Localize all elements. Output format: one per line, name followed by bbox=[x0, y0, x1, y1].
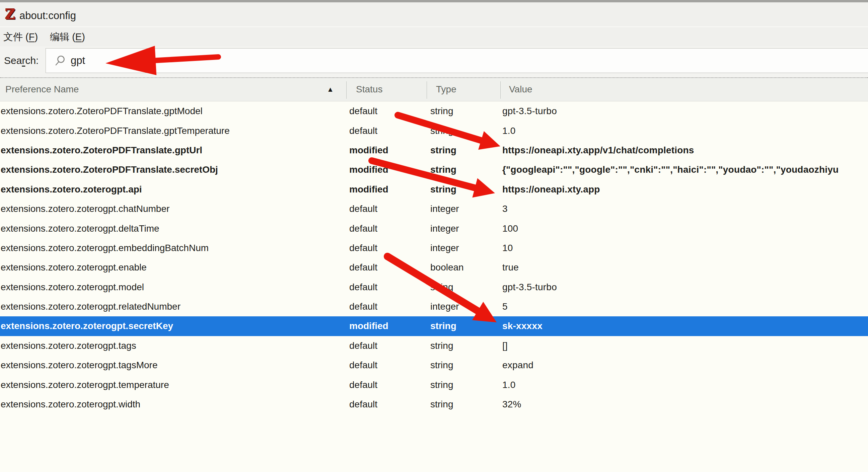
search-input-value: gpt bbox=[71, 55, 85, 67]
pref-name: extensions.zotero.ZoteroPDFTranslate.gpt… bbox=[0, 106, 349, 117]
menu-file-label-end: ) bbox=[34, 31, 38, 42]
column-divider[interactable] bbox=[427, 81, 427, 99]
table-header: Preference Name ▲ Status Type Value bbox=[0, 78, 868, 101]
pref-row[interactable]: extensions.zotero.zoterogpt.secretKey mo… bbox=[0, 316, 868, 336]
pref-value: https://oneapi.xty.app bbox=[502, 184, 868, 195]
pref-type: string bbox=[430, 341, 502, 351]
pref-value: https://oneapi.xty.app/v1/chat/completio… bbox=[502, 145, 868, 156]
pref-type: string bbox=[430, 360, 502, 371]
pref-row[interactable]: extensions.zotero.ZoteroPDFTranslate.gpt… bbox=[0, 140, 868, 160]
preferences-list: extensions.zotero.ZoteroPDFTranslate.gpt… bbox=[0, 101, 868, 414]
zotero-about-config-window: Z about:config 文件 (F) 编辑 (E) Search: gpt… bbox=[0, 0, 868, 472]
pref-type: string bbox=[430, 399, 502, 410]
pref-type: integer bbox=[430, 301, 502, 312]
pref-row[interactable]: extensions.zotero.zoterogpt.temperature … bbox=[0, 375, 868, 394]
pref-value: gpt-3.5-turbo bbox=[502, 282, 868, 292]
pref-value: {"googleapi":"","google":"","cnki":"","h… bbox=[502, 164, 868, 175]
pref-name: extensions.zotero.ZoteroPDFTranslate.gpt… bbox=[0, 145, 349, 156]
column-header-preference-name[interactable]: Preference Name bbox=[5, 84, 79, 95]
pref-value: sk-xxxxx bbox=[502, 321, 868, 332]
pref-value: 32% bbox=[502, 399, 868, 410]
pref-name: extensions.zotero.zoterogpt.tags bbox=[0, 341, 349, 351]
column-divider[interactable] bbox=[500, 81, 501, 99]
pref-status: default bbox=[349, 399, 430, 410]
menu-file[interactable]: 文件 (F) bbox=[0, 27, 44, 47]
pref-status: modified bbox=[349, 164, 430, 175]
menu-edit-accesskey: E bbox=[75, 31, 82, 42]
pref-name: extensions.zotero.zoterogpt.tagsMore bbox=[0, 360, 349, 371]
pref-value: 1.0 bbox=[502, 380, 868, 390]
menu-file-accesskey: F bbox=[29, 31, 35, 42]
pref-type: string bbox=[430, 106, 502, 117]
pref-type: integer bbox=[430, 223, 502, 234]
menu-file-label: 文件 ( bbox=[3, 30, 29, 44]
pref-status: default bbox=[349, 243, 430, 253]
sort-ascending-icon: ▲ bbox=[327, 85, 334, 93]
pref-status: modified bbox=[349, 145, 430, 156]
pref-name: extensions.zotero.zoterogpt.chatNumber bbox=[0, 203, 349, 214]
pref-type: boolean bbox=[430, 262, 502, 273]
pref-status: default bbox=[349, 360, 430, 371]
pref-status: default bbox=[349, 126, 430, 136]
pref-row[interactable]: extensions.zotero.zoterogpt.tagsMore def… bbox=[0, 355, 868, 375]
pref-name: extensions.zotero.ZoteroPDFTranslate.sec… bbox=[0, 164, 349, 175]
pref-row[interactable]: extensions.zotero.zoterogpt.tags default… bbox=[0, 336, 868, 355]
pref-row[interactable]: extensions.zotero.ZoteroPDFTranslate.sec… bbox=[0, 160, 868, 180]
pref-name: extensions.zotero.zoterogpt.enable bbox=[0, 262, 349, 273]
pref-row[interactable]: extensions.zotero.zoterogpt.api modified… bbox=[0, 180, 868, 199]
pref-row[interactable]: extensions.zotero.ZoteroPDFTranslate.gpt… bbox=[0, 101, 868, 121]
menu-edit-label: 编辑 ( bbox=[50, 30, 75, 44]
search-input[interactable]: gpt bbox=[45, 48, 868, 73]
search-label: Search: bbox=[4, 55, 38, 66]
menu-edit-label-end: ) bbox=[82, 31, 85, 42]
menu-edit[interactable]: 编辑 (E) bbox=[44, 27, 91, 47]
zotero-app-icon: Z bbox=[5, 7, 17, 22]
column-divider[interactable] bbox=[346, 81, 347, 99]
pref-row[interactable]: extensions.zotero.zoterogpt.relatedNumbe… bbox=[0, 297, 868, 316]
menu-bar: 文件 (F) 编辑 (E) bbox=[0, 26, 868, 47]
column-header-status[interactable]: Status bbox=[356, 84, 382, 95]
pref-value: [] bbox=[502, 341, 868, 351]
pref-status: modified bbox=[349, 184, 430, 195]
pref-status: default bbox=[349, 106, 430, 117]
pref-row[interactable]: extensions.zotero.zoterogpt.chatNumber d… bbox=[0, 199, 868, 219]
pref-value: 10 bbox=[502, 243, 868, 253]
pref-row[interactable]: extensions.zotero.ZoteroPDFTranslate.gpt… bbox=[0, 121, 868, 140]
pref-row[interactable]: extensions.zotero.zoterogpt.deltaTime de… bbox=[0, 219, 868, 238]
pref-type: string bbox=[430, 184, 502, 195]
pref-type: string bbox=[430, 126, 502, 136]
pref-row[interactable]: extensions.zotero.zoterogpt.enable defau… bbox=[0, 258, 868, 277]
pref-type: string bbox=[430, 321, 502, 332]
pref-name: extensions.zotero.zoterogpt.width bbox=[0, 399, 349, 410]
pref-row[interactable]: extensions.zotero.zoterogpt.width defaul… bbox=[0, 395, 868, 414]
pref-type: integer bbox=[430, 203, 502, 214]
title-bar[interactable]: Z about:config bbox=[0, 2, 868, 26]
pref-status: default bbox=[349, 282, 430, 292]
pref-value: true bbox=[502, 262, 868, 273]
pref-type: string bbox=[430, 164, 502, 175]
pref-name: extensions.zotero.zoterogpt.api bbox=[0, 184, 349, 195]
pref-type: string bbox=[430, 282, 502, 292]
window-top-border bbox=[0, 0, 868, 2]
pref-status: default bbox=[349, 203, 430, 214]
pref-status: default bbox=[349, 380, 430, 390]
pref-status: default bbox=[349, 223, 430, 234]
pref-name: extensions.zotero.zoterogpt.model bbox=[0, 282, 349, 292]
pref-name: extensions.zotero.ZoteroPDFTranslate.gpt… bbox=[0, 126, 349, 136]
pref-name: extensions.zotero.zoterogpt.relatedNumbe… bbox=[0, 301, 349, 312]
magnifier-icon bbox=[55, 55, 65, 66]
column-header-type[interactable]: Type bbox=[436, 84, 457, 95]
pref-status: default bbox=[349, 341, 430, 351]
pref-status: modified bbox=[349, 321, 430, 332]
pref-name: extensions.zotero.zoterogpt.embeddingBat… bbox=[0, 243, 349, 253]
pref-value: 3 bbox=[502, 203, 868, 214]
pref-value: expand bbox=[502, 360, 868, 371]
pref-value: 100 bbox=[502, 223, 868, 234]
pref-status: default bbox=[349, 301, 430, 312]
pref-row[interactable]: extensions.zotero.zoterogpt.embeddingBat… bbox=[0, 238, 868, 258]
pref-name: extensions.zotero.zoterogpt.temperature bbox=[0, 380, 349, 390]
column-header-value[interactable]: Value bbox=[509, 84, 532, 95]
pref-row[interactable]: extensions.zotero.zoterogpt.model defaul… bbox=[0, 278, 868, 297]
pref-name: extensions.zotero.zoterogpt.deltaTime bbox=[0, 223, 349, 234]
pref-value: 1.0 bbox=[502, 126, 868, 136]
